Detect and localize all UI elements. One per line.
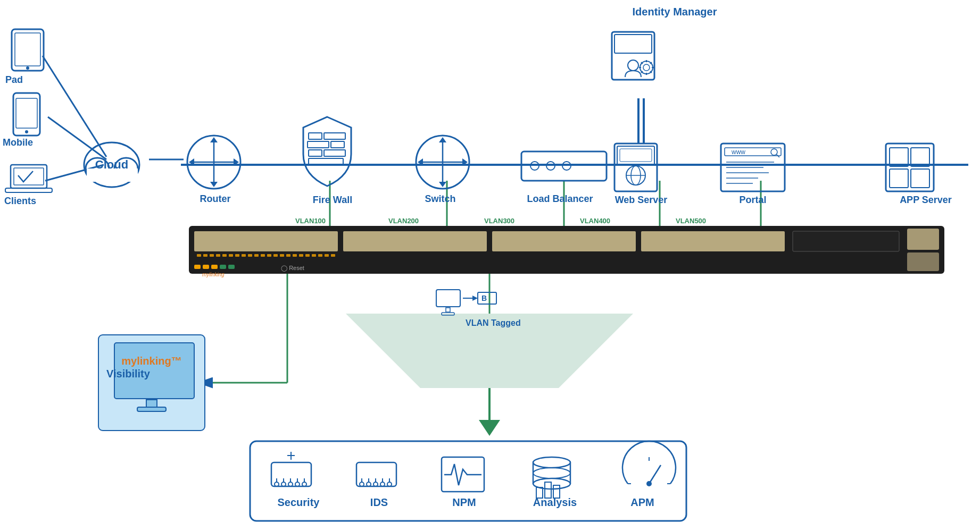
- firewall-label: Fire Wall: [295, 195, 370, 206]
- svg-rect-28: [261, 254, 265, 257]
- svg-marker-74: [210, 137, 218, 142]
- vlan300-label: VLAN300: [484, 217, 514, 225]
- svg-text:◯ Reset: ◯ Reset: [281, 265, 304, 272]
- svg-text:Cloud: Cloud: [95, 158, 128, 171]
- visibility-brand: mylinking™: [106, 355, 197, 367]
- svg-point-119: [628, 60, 638, 71]
- svg-point-62: [25, 130, 28, 133]
- svg-marker-138: [472, 296, 478, 301]
- svg-rect-22: [222, 254, 227, 257]
- svg-rect-11: [194, 231, 338, 251]
- vlan400-label: VLAN400: [580, 217, 610, 225]
- app-server-label: APP Server: [878, 195, 974, 206]
- svg-rect-18: [197, 254, 201, 257]
- svg-rect-13: [492, 231, 636, 251]
- svg-point-165: [533, 457, 570, 468]
- svg-marker-51: [479, 420, 500, 436]
- svg-rect-41: [203, 265, 209, 269]
- svg-rect-115: [890, 169, 908, 188]
- svg-rect-38: [325, 254, 329, 257]
- svg-rect-16: [907, 229, 939, 250]
- web-server-label: Web Server: [607, 195, 676, 206]
- vlan-tagged-label: VLAN Tagged: [466, 318, 521, 328]
- ids-label: IDS: [362, 496, 396, 509]
- svg-rect-39: [331, 254, 335, 257]
- svg-rect-116: [911, 169, 929, 188]
- svg-rect-21: [216, 254, 220, 257]
- svg-point-169: [533, 468, 570, 478]
- svg-point-174: [646, 481, 652, 486]
- svg-rect-33: [293, 254, 297, 257]
- svg-rect-44: [228, 265, 235, 269]
- svg-line-173: [649, 465, 661, 484]
- svg-line-1: [43, 56, 106, 157]
- svg-rect-141: [250, 441, 686, 521]
- svg-rect-35: [305, 254, 310, 257]
- vlan200-label: VLAN200: [388, 217, 419, 225]
- svg-marker-91: [439, 182, 446, 187]
- svg-rect-40: [194, 265, 201, 269]
- svg-rect-36: [312, 254, 316, 257]
- identity-manager-label: Identity Manager: [600, 5, 749, 18]
- svg-rect-78: [309, 133, 322, 139]
- svg-text:www: www: [731, 148, 745, 156]
- svg-rect-57: [12, 29, 44, 71]
- vlan100-label: VLAN100: [295, 217, 326, 225]
- svg-rect-32: [286, 254, 290, 257]
- svg-rect-26: [248, 254, 252, 257]
- svg-rect-15: [793, 231, 899, 251]
- pad-label: Pad: [5, 74, 23, 86]
- svg-text:B: B: [481, 294, 487, 302]
- svg-rect-60: [13, 93, 40, 136]
- svg-rect-117: [612, 32, 654, 80]
- svg-rect-135: [446, 308, 450, 312]
- svg-rect-17: [907, 252, 939, 271]
- clients-label: Clients: [4, 196, 36, 207]
- npm-label: NPM: [447, 496, 481, 509]
- svg-rect-139: [478, 292, 496, 304]
- apm-label: APM: [625, 496, 660, 509]
- svg-rect-80: [308, 141, 329, 148]
- svg-rect-96: [614, 144, 657, 191]
- svg-rect-134: [436, 290, 460, 307]
- svg-rect-27: [254, 254, 259, 257]
- svg-rect-37: [318, 254, 322, 257]
- svg-line-2: [48, 117, 106, 159]
- svg-rect-92: [521, 151, 607, 181]
- portal-label: Portal: [718, 195, 787, 206]
- mobile-label: Mobile: [3, 137, 33, 149]
- svg-rect-79: [324, 133, 345, 139]
- svg-rect-29: [267, 254, 271, 257]
- svg-rect-24: [235, 254, 239, 257]
- svg-rect-12: [343, 231, 487, 251]
- svg-rect-30: [273, 254, 278, 257]
- svg-rect-31: [280, 254, 284, 257]
- svg-rect-82: [309, 150, 322, 156]
- svg-marker-90: [439, 137, 446, 142]
- svg-rect-132: [146, 400, 157, 408]
- svg-rect-61: [16, 98, 37, 128]
- visibility-label: Visibility: [106, 367, 150, 380]
- svg-text:mylinking: mylinking: [202, 272, 225, 277]
- svg-rect-83: [324, 150, 345, 156]
- svg-rect-98: [620, 149, 652, 162]
- security-label: Security: [275, 496, 322, 509]
- svg-point-59: [26, 66, 29, 70]
- svg-rect-23: [229, 254, 233, 257]
- svg-rect-42: [211, 265, 218, 269]
- svg-rect-14: [641, 231, 785, 251]
- svg-rect-25: [242, 254, 246, 257]
- switch-label: Switch: [412, 193, 468, 205]
- svg-rect-43: [220, 265, 226, 269]
- router-label: Router: [187, 193, 243, 205]
- analysis-label: Analysis: [531, 496, 579, 509]
- svg-rect-20: [210, 254, 214, 257]
- svg-rect-113: [890, 148, 908, 166]
- svg-rect-118: [614, 35, 652, 53]
- vlan500-label: VLAN500: [676, 217, 706, 225]
- svg-rect-133: [137, 407, 166, 411]
- svg-rect-34: [299, 254, 303, 257]
- svg-marker-75: [210, 182, 218, 187]
- svg-point-121: [643, 64, 650, 71]
- svg-rect-81: [331, 141, 344, 148]
